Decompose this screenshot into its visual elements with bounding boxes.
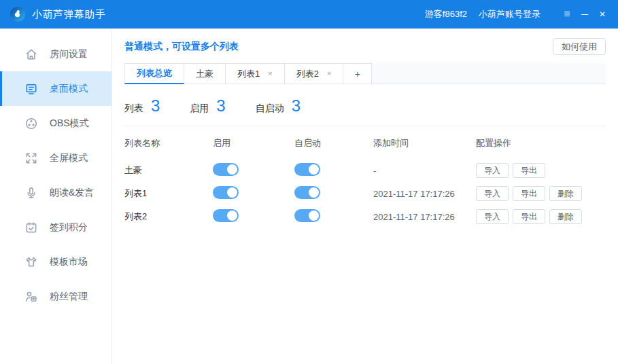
column-header: 添加时间 bbox=[373, 137, 476, 149]
toggle-knob bbox=[309, 164, 319, 175]
fans-icon bbox=[24, 290, 38, 304]
main-content: 普通模式，可设置多个列表 如何使用 列表总览土豪列表1×列表2×+ 列表3启用3… bbox=[112, 29, 618, 364]
autostart-cell bbox=[294, 163, 373, 178]
enable-cell bbox=[213, 186, 294, 201]
autostart-cell bbox=[294, 209, 373, 224]
list-name: 列表1 bbox=[124, 187, 213, 200]
desktop-icon bbox=[24, 82, 38, 96]
app-logo-icon bbox=[10, 6, 26, 22]
guest-username: 游客f863f2 bbox=[425, 8, 467, 20]
tab-list2[interactable]: 列表2× bbox=[285, 63, 344, 84]
close-tab-icon[interactable]: × bbox=[327, 70, 331, 77]
sidebar-item-read-speak[interactable]: 朗读&发言 bbox=[0, 175, 111, 210]
toggle-knob bbox=[227, 211, 237, 221]
tab-bar: 列表总览土豪列表1×列表2×+ bbox=[124, 63, 606, 84]
column-header: 配置操作 bbox=[476, 137, 606, 149]
tab-list-overview[interactable]: 列表总览 bbox=[124, 63, 184, 84]
import-button[interactable]: 导入 bbox=[476, 163, 509, 178]
minimize-icon[interactable]: ─ bbox=[579, 10, 591, 19]
stat: 启用3 bbox=[190, 96, 225, 115]
sidebar-item-room-settings[interactable]: 房间设置 bbox=[0, 37, 111, 71]
list-table: 列表名称启用自启动添加时间配置操作 土豪-导入导出列表12021-11-17 1… bbox=[124, 126, 606, 228]
autostart-toggle[interactable] bbox=[294, 163, 320, 176]
tab-tuhao[interactable]: 土豪 bbox=[184, 63, 226, 84]
enable-cell bbox=[213, 163, 294, 178]
sidebar-item-fullscreen-mode[interactable]: 全屏模式 bbox=[0, 141, 111, 175]
sidebar-item-checkin-points[interactable]: 签到积分 bbox=[0, 210, 111, 244]
obs-icon bbox=[24, 117, 38, 130]
autostart-toggle[interactable] bbox=[294, 209, 320, 222]
sidebar-item-fans-management[interactable]: 粉丝管理 bbox=[0, 279, 111, 314]
table-row: 列表12021-11-17 17:17:26导入导出删除 bbox=[124, 182, 606, 205]
delete-button[interactable]: 删除 bbox=[549, 186, 582, 201]
sidebar-item-desktop-mode[interactable]: 桌面模式 bbox=[0, 71, 111, 106]
import-button[interactable]: 导入 bbox=[476, 209, 509, 224]
titlebar: 小葫芦弹幕助手 游客f863f2 小葫芦账号登录 ≡ ─ ✕ bbox=[0, 0, 618, 29]
enable-toggle[interactable] bbox=[213, 163, 239, 176]
close-icon[interactable]: ✕ bbox=[596, 10, 608, 18]
tab-label: 列表1 bbox=[237, 68, 260, 80]
tshirt-icon bbox=[24, 255, 38, 269]
autostart-toggle[interactable] bbox=[294, 186, 320, 199]
table-body: 土豪-导入导出列表12021-11-17 17:17:26导入导出删除列表220… bbox=[124, 159, 606, 228]
row-actions: 导入导出 bbox=[476, 163, 606, 178]
tab-label: 列表2 bbox=[296, 68, 319, 80]
table-row: 土豪-导入导出 bbox=[124, 159, 606, 182]
sidebar-item-obs-mode[interactable]: OBS模式 bbox=[0, 106, 111, 141]
sidebar-item-template-market[interactable]: 模板市场 bbox=[0, 244, 111, 279]
list-name: 列表2 bbox=[124, 211, 213, 223]
added-time: 2021-11-17 17:17:26 bbox=[373, 189, 476, 199]
stat-label: 自启动 bbox=[256, 103, 284, 115]
microphone-icon bbox=[24, 186, 38, 200]
enable-cell bbox=[213, 209, 294, 224]
column-header: 启用 bbox=[213, 137, 294, 149]
window-body: 房间设置桌面模式OBS模式全屏模式朗读&发言签到积分模板市场粉丝管理 普通模式，… bbox=[0, 29, 618, 364]
calendar-check-icon bbox=[24, 221, 38, 234]
toggle-knob bbox=[227, 164, 237, 175]
page-title: 普通模式，可设置多个列表 bbox=[124, 41, 239, 53]
tab-label: 列表总览 bbox=[137, 67, 172, 79]
toggle-knob bbox=[309, 187, 319, 198]
table-header-row: 列表名称启用自启动添加时间配置操作 bbox=[124, 126, 606, 159]
stat-label: 启用 bbox=[190, 103, 209, 115]
app-window: 小葫芦弹幕助手 游客f863f2 小葫芦账号登录 ≡ ─ ✕ 房间设置桌面模式O… bbox=[0, 0, 618, 364]
sidebar-item-label: 签到积分 bbox=[50, 221, 88, 234]
sidebar: 房间设置桌面模式OBS模式全屏模式朗读&发言签到积分模板市场粉丝管理 bbox=[0, 29, 112, 364]
sidebar-item-label: 全屏模式 bbox=[50, 152, 88, 164]
enable-toggle[interactable] bbox=[213, 209, 239, 222]
toggle-knob bbox=[227, 187, 237, 198]
row-actions: 导入导出删除 bbox=[476, 186, 606, 201]
toggle-knob bbox=[309, 211, 319, 221]
export-button[interactable]: 导出 bbox=[513, 163, 545, 178]
titlebar-right: 游客f863f2 小葫芦账号登录 ≡ ─ ✕ bbox=[425, 8, 608, 20]
stat: 自启动3 bbox=[256, 96, 301, 115]
export-button[interactable]: 导出 bbox=[513, 186, 545, 201]
export-button[interactable]: 导出 bbox=[513, 209, 545, 224]
app-title: 小葫芦弹幕助手 bbox=[32, 8, 106, 21]
stat-value: 3 bbox=[151, 96, 160, 115]
stats-row: 列表3启用3自启动3 bbox=[124, 96, 606, 115]
column-header: 列表名称 bbox=[124, 137, 213, 149]
enable-toggle[interactable] bbox=[213, 186, 239, 199]
stat: 列表3 bbox=[124, 96, 160, 115]
account-login-link[interactable]: 小葫芦账号登录 bbox=[479, 8, 540, 20]
tab-list1[interactable]: 列表1× bbox=[226, 63, 285, 84]
sidebar-item-label: 模板市场 bbox=[50, 256, 88, 268]
sidebar-item-label: OBS模式 bbox=[50, 117, 89, 130]
added-time: 2021-11-17 17:17:26 bbox=[373, 212, 476, 222]
sidebar-item-label: 房间设置 bbox=[50, 48, 88, 60]
close-tab-icon[interactable]: × bbox=[268, 70, 272, 77]
stat-label: 列表 bbox=[124, 103, 143, 115]
menu-icon[interactable]: ≡ bbox=[561, 9, 573, 20]
sidebar-item-label: 桌面模式 bbox=[50, 83, 88, 95]
delete-button[interactable]: 删除 bbox=[549, 209, 582, 224]
table-row: 列表22021-11-17 17:17:26导入导出删除 bbox=[124, 205, 606, 228]
import-button[interactable]: 导入 bbox=[476, 186, 509, 201]
how-to-use-button[interactable]: 如何使用 bbox=[553, 38, 606, 55]
add-tab-button[interactable]: + bbox=[343, 63, 372, 84]
home-icon bbox=[24, 48, 38, 61]
content-header: 普通模式，可设置多个列表 如何使用 bbox=[124, 38, 606, 55]
added-time: - bbox=[373, 166, 476, 176]
stat-value: 3 bbox=[216, 96, 225, 115]
tab-label: 土豪 bbox=[196, 68, 213, 80]
